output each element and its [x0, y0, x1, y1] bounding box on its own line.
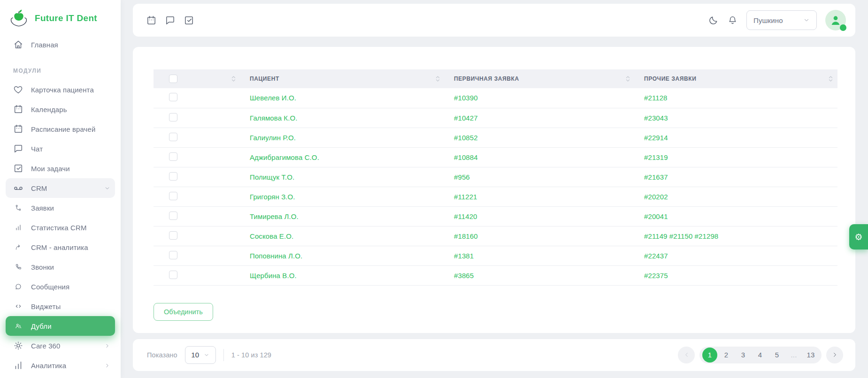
- other-requests-link[interactable]: #20041: [644, 212, 668, 220]
- page-button-3[interactable]: 3: [735, 348, 751, 363]
- sidebar-item-label: Мои задачи: [31, 165, 70, 173]
- sidebar-item-glavnaya[interactable]: Главная: [6, 35, 115, 54]
- select-all-checkbox[interactable]: [169, 75, 177, 83]
- page-button-4[interactable]: 4: [752, 348, 768, 363]
- row-checkbox[interactable]: [169, 251, 177, 259]
- sidebar-item-chat[interactable]: Чат: [6, 139, 115, 159]
- primary-request-link[interactable]: #11221: [454, 193, 477, 201]
- primary-request-link[interactable]: #10427: [454, 114, 478, 122]
- gear-icon: ⚙: [854, 232, 862, 242]
- heart-icon: [13, 84, 23, 95]
- other-requests-link[interactable]: #22375: [644, 272, 668, 280]
- avatar[interactable]: [825, 10, 846, 30]
- sidebar-item-care-360[interactable]: Care 360: [6, 336, 115, 355]
- primary-request-link[interactable]: #10390: [454, 94, 478, 102]
- prev-page-button[interactable]: [678, 347, 695, 363]
- page-button-1[interactable]: 1: [702, 348, 717, 363]
- topbar-right: Пушкино: [708, 10, 846, 30]
- next-page-button[interactable]: [826, 347, 843, 363]
- sidebar-item-raspisanie[interactable]: Расписание врачей: [6, 119, 115, 139]
- sidebar-item-zayavki[interactable]: Заявки: [6, 198, 115, 218]
- primary-request-link[interactable]: #1381: [454, 252, 474, 260]
- moon-icon[interactable]: [708, 15, 719, 26]
- patient-name-link[interactable]: Галямова К.О.: [250, 114, 298, 122]
- merge-button[interactable]: Объединить: [154, 303, 213, 321]
- voicemail-icon: [13, 183, 23, 193]
- other-requests-link[interactable]: #22914: [644, 134, 668, 142]
- sidebar-item-crm[interactable]: CRM: [6, 178, 115, 198]
- sidebar-item-moi-zadachi[interactable]: Мои задачи: [6, 159, 115, 178]
- settings-tab[interactable]: ⚙: [849, 224, 868, 249]
- sort-icon[interactable]: [231, 76, 236, 82]
- other-requests-link[interactable]: #20202: [644, 193, 668, 201]
- app-logo[interactable]: Future IT Dent: [0, 0, 121, 35]
- row-checkbox[interactable]: [169, 152, 177, 161]
- sort-icon[interactable]: [436, 76, 440, 82]
- sidebar-item-label: Сообщения: [31, 283, 69, 291]
- others-cell: #22437: [635, 246, 837, 265]
- primary-request-link[interactable]: #3865: [454, 272, 474, 280]
- primary-request-link[interactable]: #956: [454, 173, 470, 181]
- others-cell: #22375: [635, 265, 837, 285]
- primary-request-link[interactable]: #11420: [454, 212, 477, 220]
- patient-name-link[interactable]: Тимирева Л.О.: [250, 212, 299, 220]
- primary-request-link[interactable]: #10884: [454, 153, 478, 161]
- patient-name-link[interactable]: Григорян З.О.: [250, 193, 295, 201]
- table-row: Тимирева Л.О.#11420#20041: [154, 206, 837, 226]
- patient-name-link[interactable]: Галиулин Р.О.: [250, 134, 296, 142]
- branch-select[interactable]: Пушкино: [746, 10, 817, 30]
- patient-name-link[interactable]: Аджибрагимова С.О.: [250, 153, 319, 161]
- sidebar-item-kartochka[interactable]: Карточка пациента: [6, 80, 115, 99]
- other-requests-link[interactable]: #21637: [644, 173, 668, 181]
- other-requests-link[interactable]: #21319: [644, 153, 668, 161]
- other-requests-link[interactable]: #21128: [644, 94, 668, 102]
- sort-icon[interactable]: [829, 76, 833, 82]
- row-checkbox[interactable]: [169, 133, 177, 141]
- column-title: ПРОЧИЕ ЗАЯВКИ: [644, 76, 696, 82]
- sidebar-item-kalendar[interactable]: Календарь: [6, 99, 115, 119]
- patient-name-link[interactable]: Поповнина Л.О.: [250, 252, 302, 260]
- sidebar-item-analitika[interactable]: Аналитика: [6, 355, 115, 375]
- row-checkbox[interactable]: [169, 212, 177, 220]
- sidebar-item-label: Расписание врачей: [31, 125, 95, 133]
- page-button-13[interactable]: 13: [803, 348, 819, 363]
- sidebar-item-zvonki[interactable]: Звонки: [6, 257, 115, 277]
- row-checkbox[interactable]: [169, 93, 177, 101]
- primary-cell: #3865: [445, 265, 635, 285]
- row-checkbox[interactable]: [169, 172, 177, 181]
- bell-icon[interactable]: [727, 15, 738, 26]
- tasks-icon[interactable]: [184, 15, 194, 26]
- chat-icon[interactable]: [165, 15, 176, 26]
- sidebar-item-crm-analitika[interactable]: CRM - аналитика: [6, 237, 115, 257]
- others-cell: #21128: [635, 88, 837, 108]
- page-button-5[interactable]: 5: [769, 348, 785, 363]
- person-icon: [829, 14, 842, 27]
- sidebar-item-vidzhety[interactable]: Виджеты: [6, 296, 115, 316]
- patient-name-link[interactable]: Полищук Т.О.: [250, 173, 294, 181]
- sort-icon[interactable]: [626, 76, 630, 82]
- others-cell: #23043: [635, 108, 837, 128]
- calendar-icon[interactable]: [146, 15, 157, 26]
- patient-name-link[interactable]: Шевелев И.О.: [250, 94, 296, 102]
- patient-name-link[interactable]: Соскова Е.О.: [250, 232, 293, 240]
- other-requests-link[interactable]: #23043: [644, 114, 668, 122]
- sidebar-item-label: CRM - аналитика: [31, 243, 88, 251]
- row-checkbox[interactable]: [169, 231, 177, 240]
- sidebar-item-soobshcheniya[interactable]: Сообщения: [6, 277, 115, 296]
- primary-request-link[interactable]: #18160: [454, 232, 478, 240]
- row-checkbox[interactable]: [169, 271, 177, 279]
- page-size-select[interactable]: 10: [185, 346, 216, 364]
- primary-request-link[interactable]: #10852: [454, 134, 478, 142]
- sidebar-item-label: Карточка пациента: [31, 86, 94, 94]
- other-requests-link[interactable]: #22437: [644, 252, 668, 260]
- row-checkbox[interactable]: [169, 192, 177, 200]
- phone-icon: [13, 262, 23, 272]
- primary-cell: #956: [445, 167, 635, 187]
- row-checkbox[interactable]: [169, 113, 177, 121]
- sidebar-item-statistika-crm[interactable]: Статистика CRM: [6, 218, 115, 237]
- row-checkbox-cell: [154, 265, 240, 285]
- patient-name-link[interactable]: Щербина В.О.: [250, 272, 297, 280]
- other-requests-link[interactable]: #21149 #21150 #21298: [644, 232, 718, 240]
- page-button-2[interactable]: 2: [718, 348, 734, 363]
- sidebar-item-dubli[interactable]: Дубли: [6, 316, 115, 336]
